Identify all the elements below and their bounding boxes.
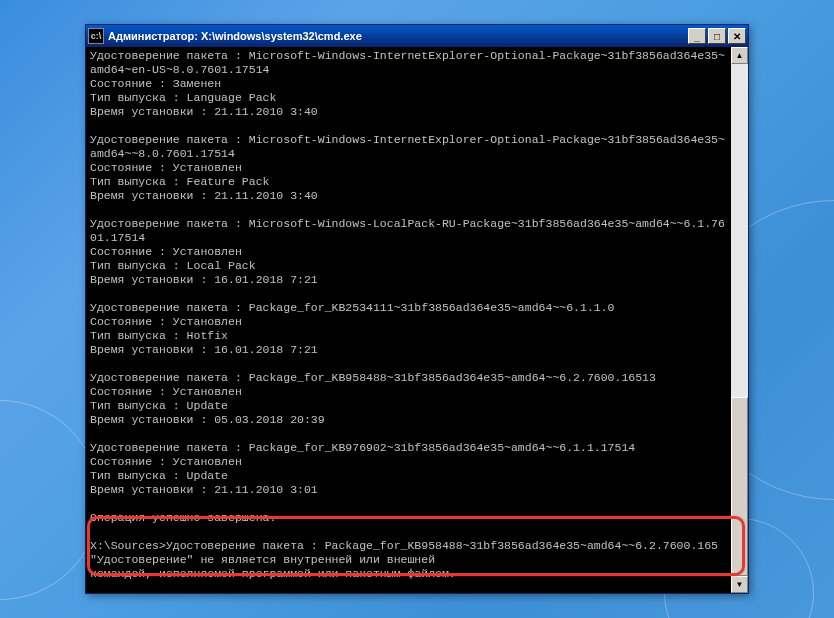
window-controls: _ □ ✕ — [688, 28, 746, 44]
scroll-up-button[interactable]: ▲ — [731, 47, 748, 64]
window-title: Администратор: X:\windows\system32\cmd.e… — [108, 30, 688, 42]
terminal-area: Удостоверение пакета : Microsoft-Windows… — [86, 47, 748, 593]
scroll-track[interactable] — [731, 64, 748, 576]
close-button[interactable]: ✕ — [728, 28, 746, 44]
cmd-window: c:\ Администратор: X:\windows\system32\c… — [85, 24, 749, 594]
scrollbar: ▲ ▼ — [731, 47, 748, 593]
titlebar[interactable]: c:\ Администратор: X:\windows\system32\c… — [86, 25, 748, 47]
scroll-down-button[interactable]: ▼ — [731, 576, 748, 593]
scroll-thumb[interactable] — [731, 397, 748, 576]
terminal-output[interactable]: Удостоверение пакета : Microsoft-Windows… — [86, 47, 731, 593]
minimize-button[interactable]: _ — [688, 28, 706, 44]
cmd-icon: c:\ — [88, 28, 104, 44]
maximize-button[interactable]: □ — [708, 28, 726, 44]
